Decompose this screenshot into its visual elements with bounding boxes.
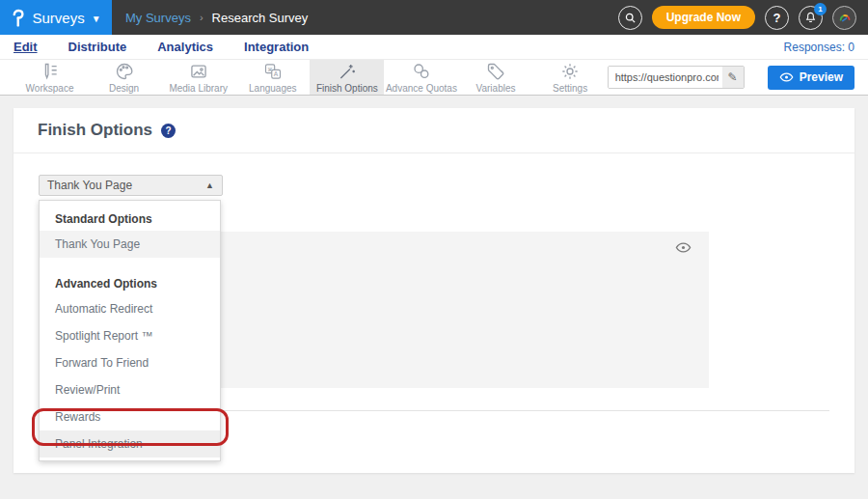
nav-tabs: Edit Distribute Analytics Integration <box>14 40 309 54</box>
chain-links-icon <box>412 62 431 81</box>
gear-icon <box>560 62 580 81</box>
edit-toolbar: Workspace Design Media Library ж A <box>0 60 868 96</box>
survey-url-input[interactable] <box>609 67 722 88</box>
dashboard-gauge-icon <box>836 10 853 26</box>
menu-gap <box>40 258 220 271</box>
finish-option-select[interactable]: Thank You Page ▲ <box>39 175 223 196</box>
menu-item-automatic-redirect[interactable]: Automatic Redirect <box>40 295 220 322</box>
search-button[interactable] <box>618 6 642 30</box>
notification-badge: 1 <box>814 3 827 15</box>
chevron-down-icon: ▼ <box>92 14 101 24</box>
card-header: Finish Options ? <box>14 108 854 153</box>
page-title: Finish Options <box>38 121 152 140</box>
menu-item-thank-you-page[interactable]: Thank You Page <box>40 231 220 258</box>
toolbar-item-workspace[interactable]: Workspace <box>13 60 87 95</box>
notifications-button[interactable]: 1 <box>799 6 823 30</box>
menu-item-review-print[interactable]: Review/Print <box>40 376 220 403</box>
toolbar-item-design[interactable]: Design <box>87 60 161 95</box>
menu-item-panel-integration[interactable]: Panel Integration <box>40 430 220 457</box>
question-mark-icon: ? <box>773 11 781 25</box>
chevron-up-icon: ▲ <box>205 180 214 190</box>
menu-group-standard-options: Standard Options <box>40 207 220 231</box>
menu-group-advanced-options: Advanced Options <box>40 271 220 295</box>
responses-count[interactable]: Responses: 0 <box>784 41 854 54</box>
menu-item-rewards[interactable]: Rewards <box>40 403 220 430</box>
magic-wand-icon <box>338 62 357 81</box>
translate-icon: ж A <box>263 62 283 81</box>
toolbar-item-languages[interactable]: ж A Languages <box>235 60 310 95</box>
tag-icon <box>486 62 505 81</box>
search-icon <box>624 12 637 24</box>
edit-url-pencil-icon[interactable]: ✎ <box>722 67 744 88</box>
tab-analytics[interactable]: Analytics <box>157 40 213 54</box>
eye-icon <box>779 71 794 83</box>
product-name: Surveys <box>32 10 84 26</box>
menu-item-spotlight-report[interactable]: Spotlight Report ™ <box>40 322 220 349</box>
help-button[interactable]: ? <box>765 6 789 30</box>
preview-button[interactable]: Preview <box>768 66 854 90</box>
topbar-actions: Upgrade Now ? 1 <box>618 6 868 30</box>
toolbar-right: ✎ Preview <box>608 60 868 95</box>
toolbar-item-media-library[interactable]: Media Library <box>161 60 235 95</box>
section-nav: Edit Distribute Analytics Integration Re… <box>0 35 868 60</box>
upgrade-now-button[interactable]: Upgrade Now <box>652 6 755 29</box>
card-body: Thank You Page ▲ Standard Options Thank … <box>14 153 854 472</box>
finish-options-card: Finish Options ? Thank You Page ▲ Standa… <box>14 108 854 473</box>
svg-text:A: A <box>274 70 279 77</box>
toolbar-item-advance-quotas[interactable]: Advance Quotas <box>384 60 458 95</box>
help-icon[interactable]: ? <box>161 124 176 138</box>
toolbar-item-variables[interactable]: Variables <box>458 60 532 95</box>
toolbar-item-settings[interactable]: Settings <box>533 60 608 95</box>
survey-url-group: ✎ <box>608 66 745 89</box>
menu-item-forward-to-friend[interactable]: Forward To Friend <box>40 349 220 376</box>
toolbar-item-finish-options[interactable]: Finish Options <box>310 60 384 95</box>
image-icon <box>189 62 208 81</box>
breadcrumb-separator-icon: › <box>200 12 203 23</box>
tab-distribute[interactable]: Distribute <box>68 40 127 54</box>
palette-icon <box>115 62 134 81</box>
preview-eye-icon[interactable] <box>675 240 692 258</box>
finish-option-menu: Standard Options Thank You Page Advanced… <box>39 200 221 461</box>
workspace-icon <box>41 62 60 81</box>
avatar[interactable] <box>832 6 856 30</box>
top-bar: Surveys ▼ My Surveys › Research Survey U… <box>0 0 868 35</box>
selected-option-label: Thank You Page <box>47 179 132 192</box>
questionpro-logo-icon <box>11 8 25 28</box>
breadcrumb-current-survey: Research Survey <box>212 11 309 25</box>
breadcrumb: My Surveys › Research Survey <box>125 11 308 25</box>
breadcrumb-my-surveys[interactable]: My Surveys <box>125 11 191 25</box>
product-switcher[interactable]: Surveys ▼ <box>0 0 112 35</box>
tab-edit[interactable]: Edit <box>14 40 38 54</box>
tab-integration[interactable]: Integration <box>244 40 309 54</box>
